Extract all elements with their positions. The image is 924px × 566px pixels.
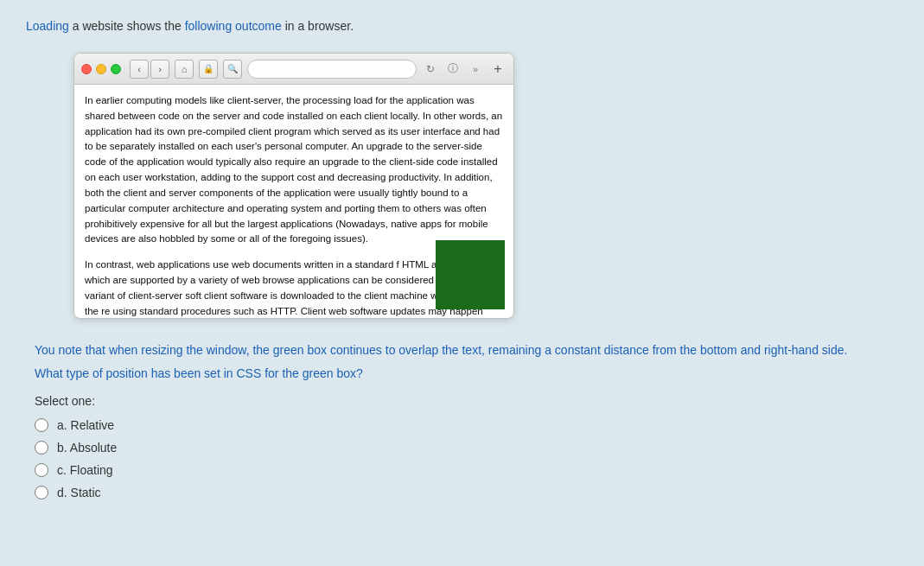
option-text-c: Floating <box>70 463 113 477</box>
more-button[interactable]: » <box>467 60 484 78</box>
option-letter-b: b. <box>57 441 67 455</box>
radio-a[interactable] <box>35 418 48 432</box>
option-letter-a: a. <box>57 418 67 432</box>
lock-button[interactable]: 🔒 <box>199 60 218 79</box>
green-box <box>436 240 505 309</box>
option-item-a: a. Relative <box>35 418 889 432</box>
maximize-button[interactable] <box>111 64 121 74</box>
option-item-b: b. Absolute <box>35 441 889 455</box>
new-tab-button[interactable]: + <box>489 60 507 78</box>
option-letter-c: c. <box>57 463 67 477</box>
select-label: Select one: <box>35 394 889 408</box>
address-bar[interactable] <box>247 60 417 79</box>
following-word: following <box>185 19 232 33</box>
radio-d[interactable] <box>35 486 48 499</box>
intro-text: Loading a website shows the following ou… <box>26 17 898 35</box>
loading-word: Loading <box>26 19 69 33</box>
browser-titlebar: ‹ › ⌂ 🔒 🔍 ↻ ⓘ » + <box>74 54 513 85</box>
options-list: a. Relative b. Absolute c. Floating d. S… <box>35 418 889 499</box>
question-text: What type of position has been set in CS… <box>35 366 889 380</box>
reload-button[interactable]: ↻ <box>422 60 439 78</box>
option-item-c: c. Floating <box>35 463 889 477</box>
home-button[interactable]: ⌂ <box>175 60 194 79</box>
forward-button[interactable]: › <box>150 60 169 79</box>
nav-buttons: ‹ › <box>130 60 169 79</box>
browser-window: ‹ › ⌂ 🔒 🔍 ↻ ⓘ » + In earlier computing m… <box>73 53 514 319</box>
option-item-d: d. Static <box>35 486 889 499</box>
outcome-word: outcome <box>235 19 282 33</box>
option-text-b: Absolute <box>70 441 117 455</box>
question-section: You note that when resizing the window, … <box>26 340 898 499</box>
search-button[interactable]: 🔍 <box>223 60 242 79</box>
option-text-a: Relative <box>71 418 115 432</box>
radio-c[interactable] <box>35 463 48 477</box>
browser-content: In earlier computing models like client-… <box>74 85 513 318</box>
close-button[interactable] <box>81 64 92 74</box>
content-paragraph-1: In earlier computing models like client-… <box>85 93 503 247</box>
info-button[interactable]: ⓘ <box>444 60 462 78</box>
back-button[interactable]: ‹ <box>130 60 149 79</box>
option-letter-d: d. <box>57 486 67 499</box>
traffic-lights <box>81 64 121 74</box>
minimize-button[interactable] <box>96 64 106 74</box>
radio-b[interactable] <box>35 441 48 455</box>
question-note: You note that when resizing the window, … <box>35 340 889 359</box>
option-text-d: Static <box>71 486 101 499</box>
